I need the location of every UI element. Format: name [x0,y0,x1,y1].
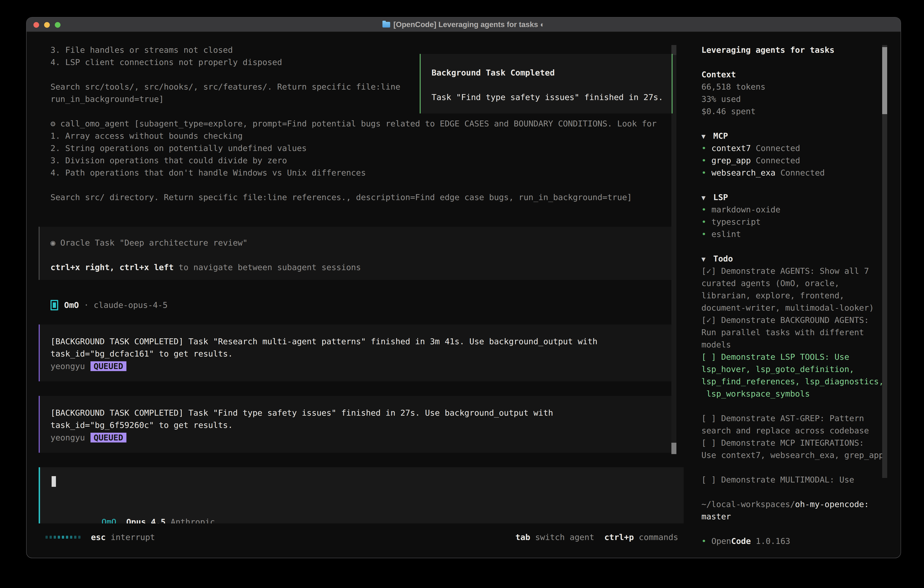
session-sidebar: Leveraging agents for tasks Context 66,5… [683,33,901,558]
lsp-item: •typescript [701,216,890,228]
todo-section-header[interactable]: ▼Todo [701,253,890,265]
background-task-event: [BACKGROUND TASK COMPLETED] Task "Find t… [39,396,672,453]
text-cursor [52,476,56,487]
lsp-item: •eslint [701,228,890,240]
status-dot-icon: • [701,216,711,228]
todo-item: [ ] Demonstrate LSP TOOLS: Use lsp_hover… [701,351,890,400]
tool-call-text: call_omo_agent [subagent_type=explore, p… [56,119,657,128]
status-dot-icon: • [701,167,711,179]
oracle-task-box: ◉ Oracle Task "Deep architecture review"… [39,227,672,280]
gear-icon: ⚙ [51,119,56,128]
agent-name: OmO [64,299,79,311]
status-bar: esc interrupt tab switch agent ctrl+p co… [39,531,678,543]
todo-item: [ ] Demonstrate MCP INTEGRATIONS: Use co… [701,437,890,461]
chevron-down-icon: ▼ [701,192,713,203]
transcript-line: 2. String operations on potentially unde… [39,142,684,154]
background-task-notification: Background Task Completed Task "Find typ… [420,54,673,114]
workspace-path: ~/local-workspaces/oh-my-opencode:master [701,498,890,523]
todo-item: [ ] Demonstrate AST-GREP: Pattern search… [701,412,890,437]
task-event-line: [BACKGROUND TASK COMPLETED] Task "Resear… [51,335,672,348]
context-tokens: 66,518 tokens [701,81,890,93]
version-number: 1.0.163 [751,537,790,546]
version-line: •OpenCode 1.0.163 [701,535,890,547]
transcript-line: 4. Path operations that don't handle Win… [39,167,684,179]
status-dot-icon: • [701,154,711,167]
git-branch: master [701,512,731,521]
chevron-down-icon: ▼ [701,130,713,142]
user-name: yeongyu [51,362,85,371]
traffic-lights [33,18,61,32]
todo-item: [✓] Demonstrate AGENTS: Show all 7 curat… [701,265,890,314]
lsp-section-header[interactable]: ▼LSP [701,191,890,203]
chevron-down-icon: ▼ [701,253,713,265]
window-titlebar: [OpenCode] Leveraging agents for tasks ◐ [26,18,901,32]
scrollbar-segment [672,45,676,55]
composer-agent: OmO [102,517,116,524]
todo-item: [ ] Demonstrate MULTIMODAL: Use [701,474,890,486]
window-title: [OpenCode] Leveraging agents for tasks ◐ [393,20,544,29]
tab-key-hint: tab [515,532,530,542]
transcript-line: Search src/ directory. Return specific f… [39,191,684,203]
terminal-window: [OpenCode] Leveraging agents for tasks ◐… [26,17,901,558]
mcp-item: •websearch_exa Connected [701,167,890,179]
status-dot-icon: • [701,228,711,240]
chat-transcript: 3. File handles or streams not closed 4.… [39,44,684,543]
mcp-item: •context7 Connected [701,142,890,154]
mcp-section-header[interactable]: ▼MCP [701,130,890,142]
context-used: 33% used [701,93,890,105]
task-event-line: task_id="bg_6f59260c" to get results. [51,419,672,431]
minimize-button[interactable] [44,22,50,28]
record-icon: ◉ [51,238,56,248]
shortcut-keys: ctrl+x right, ctrl+x left [51,263,174,272]
window-title-group: [OpenCode] Leveraging agents for tasks ◐ [383,20,544,29]
scrollbar-thumb[interactable] [882,47,887,114]
folder-icon [383,22,390,28]
ctrlp-key-hint: ctrl+p [604,532,634,542]
agent-header: OmO · claude-opus-4-5 [39,299,684,311]
session-title: Leveraging agents for tasks [701,44,890,56]
prompt-input[interactable]: OmO Opus 4.5 Anthropic [39,467,684,524]
lsp-item: •markdown-oxide [701,203,890,216]
mcp-item: •grep_app Connected [701,154,890,167]
oracle-hint: ctrl+x right, ctrl+x left to navigate be… [51,261,672,274]
todo-item: [✓] Demonstrate BACKGROUND AGENTS: Run p… [701,314,890,351]
tool-call-line: ⚙ call_omo_agent [subagent_type=explore,… [39,117,684,130]
terminal-content: 3. File handles or streams not closed 4.… [26,33,901,558]
task-event-line: [BACKGROUND TASK COMPLETED] Task "Find t… [51,407,672,419]
context-spent: $0.46 spent [701,105,890,117]
notification-body: Task "Find type safety issues" finished … [432,91,672,104]
spinner-icon [46,536,81,538]
transcript-line: 1. Array access without bounds checking [39,130,684,142]
sidebar-scrollbar[interactable] [882,45,887,478]
task-event-meta: yeongyu QUEUED [51,431,672,444]
composer-provider: Anthropic [170,517,215,524]
status-dot-icon: • [701,142,711,154]
queued-badge: QUEUED [91,361,126,371]
zoom-button[interactable] [55,22,61,28]
background-task-event: [BACKGROUND TASK COMPLETED] Task "Resear… [39,324,672,381]
status-dot-icon: • [701,535,711,547]
notification-title: Background Task Completed [432,67,672,79]
close-button[interactable] [33,22,39,28]
composer-model: Opus 4.5 [126,517,165,524]
transcript-line: 3. Division operations that could divide… [39,154,684,167]
context-header: Context [701,68,890,81]
oracle-task-title: ◉ Oracle Task "Deep architecture review" [51,237,672,249]
esc-key-hint: esc [91,532,106,542]
queued-badge: QUEUED [91,433,126,443]
status-dot-icon: • [701,203,711,216]
agent-icon [51,300,58,311]
user-name: yeongyu [51,433,85,442]
task-event-line: task_id="bg_dcfac161" to get results. [51,348,672,360]
agent-model: · claude-opus-4-5 [79,299,168,311]
composer-meta: OmO Opus 4.5 Anthropic [52,504,215,516]
scrollbar-thumb[interactable] [672,443,676,454]
task-event-meta: yeongyu QUEUED [51,360,672,372]
